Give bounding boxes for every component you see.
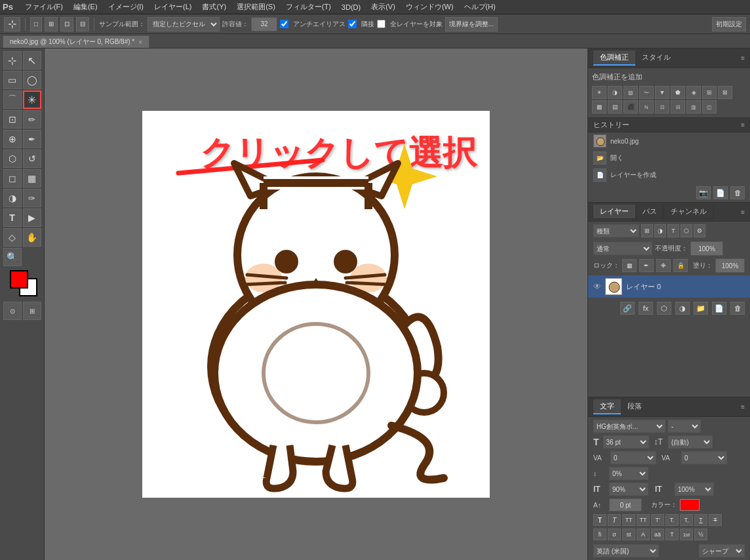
adj-levels[interactable]: ▧	[623, 86, 638, 99]
adj-selective-color[interactable]: ◫	[702, 100, 717, 113]
adj-bw[interactable]: ⊠	[718, 86, 732, 99]
add-adj-btn[interactable]: ◑	[675, 302, 690, 315]
sample-select[interactable]: 指定したピクセル	[148, 17, 220, 31]
fmt-t-under[interactable]: T	[694, 514, 707, 526]
adj-hue[interactable]: ◈	[686, 86, 701, 99]
fmt-1st[interactable]: 1st	[680, 529, 693, 540]
aa-select[interactable]: シャープ	[699, 544, 745, 557]
tool-options-btn1[interactable]: ⊹	[4, 17, 20, 31]
zoom-tool[interactable]: 🔍	[3, 248, 22, 266]
font-style-select[interactable]: -	[668, 420, 701, 433]
layer-visibility-0[interactable]: 👁	[593, 282, 601, 291]
kerning-select[interactable]: 0	[610, 451, 656, 464]
menu-view[interactable]: 表示(V)	[366, 1, 401, 13]
path-select-tool[interactable]: ▶	[23, 209, 41, 227]
add-layer-btn[interactable]: 📄	[712, 302, 726, 315]
eraser-tool[interactable]: ◻	[3, 169, 22, 188]
tool-options-btn5[interactable]: ⊟	[76, 17, 89, 31]
color-adj-collapse[interactable]: ≡	[741, 54, 745, 62]
filter-type[interactable]: T	[667, 224, 679, 237]
adj-threshold[interactable]: ⊟	[671, 100, 685, 113]
menu-format[interactable]: 書式(Y)	[197, 1, 231, 13]
gradient-tool[interactable]: ▦	[23, 169, 41, 188]
tab-channels[interactable]: チャンネル	[664, 205, 714, 218]
layer-name-0[interactable]: レイヤー 0	[626, 282, 661, 292]
clone-tool[interactable]: ⬡	[3, 150, 22, 168]
layer-item-0[interactable]: 👁 レイヤー 0	[588, 275, 750, 298]
tool-options-btn3[interactable]: ⊞	[45, 17, 58, 31]
filter-kind-select[interactable]: 種類	[593, 224, 639, 237]
adj-contrast[interactable]: ◑	[608, 86, 622, 99]
dodge-tool[interactable]: ◑	[3, 189, 22, 207]
add-group-btn[interactable]: 📁	[694, 302, 708, 315]
quick-mask-tool[interactable]: ⊙	[3, 302, 22, 320]
filter-smart[interactable]: ⚙	[694, 224, 705, 237]
menu-filter[interactable]: フィルター(T)	[281, 1, 336, 13]
adj-gradient-map[interactable]: ▥	[686, 100, 701, 113]
brush-tool[interactable]: ✒	[23, 130, 41, 148]
menu-3d[interactable]: 3D(D)	[336, 2, 366, 12]
antialias-checkbox[interactable]	[280, 20, 288, 28]
menu-layer[interactable]: レイヤー(L)	[149, 1, 197, 13]
history-item-1[interactable]: 📂 開く	[588, 150, 750, 167]
history-new-snapshot[interactable]: 📷	[696, 186, 711, 199]
document-tab[interactable]: neko0.jpg @ 100% (レイヤー 0, RGB/8#) * ×	[3, 35, 149, 48]
canvas-area[interactable]: クリックして選択	[45, 49, 587, 560]
menu-help[interactable]: ヘルプ(H)	[459, 1, 501, 13]
layer-panel-collapse[interactable]: ≡	[741, 209, 745, 216]
tracking-select[interactable]: 0	[681, 451, 727, 464]
fmt-t-strike[interactable]: T	[709, 514, 722, 526]
tool-options-btn4[interactable]: ⊡	[60, 17, 73, 31]
menu-select[interactable]: 選択範囲(S)	[231, 1, 281, 13]
fmt-fi[interactable]: fi	[593, 529, 606, 540]
history-new-doc[interactable]: 📄	[713, 186, 728, 199]
adj-color-balance[interactable]: ⊞	[702, 86, 717, 99]
fmt-aa2[interactable]: aä	[651, 529, 664, 540]
vscale-select[interactable]: 90%	[609, 483, 648, 496]
font-size-select[interactable]: 36 pt	[603, 435, 649, 449]
reset-btn[interactable]: 初期設定	[712, 17, 746, 31]
vertical-scale-select[interactable]: 0%	[609, 467, 648, 480]
fmt-italic[interactable]: T	[608, 514, 621, 526]
lock-transparent[interactable]: ▦	[622, 259, 637, 272]
adj-invert[interactable]: N	[639, 100, 654, 113]
adj-brightness[interactable]: ☀	[592, 86, 606, 99]
filter-pixel[interactable]: ⊞	[641, 224, 653, 237]
lasso-tool[interactable]: ⌒	[3, 90, 22, 109]
adj-photo-filter[interactable]: ▩	[592, 100, 606, 113]
hand-tool[interactable]: ✋	[23, 228, 41, 247]
add-link-btn[interactable]: 🔗	[620, 302, 635, 315]
text-panel-collapse[interactable]: ≡	[741, 403, 745, 410]
history-item-0[interactable]: neko0.jpg	[588, 132, 750, 150]
menu-file[interactable]: ファイル(F)	[20, 1, 68, 13]
crop-tool[interactable]: ⊡	[3, 110, 22, 129]
tab-character[interactable]: 文字	[593, 399, 621, 414]
history-item-2[interactable]: 📄 レイヤーを作成	[588, 167, 750, 184]
fmt-t-large[interactable]: T	[665, 529, 679, 540]
menu-image[interactable]: イメージ(I)	[103, 1, 149, 13]
eyedropper-tool[interactable]: ✏	[23, 110, 41, 129]
move-tool[interactable]: ⊹	[3, 51, 22, 70]
tab-style[interactable]: スタイル	[635, 50, 677, 66]
adj-posterize[interactable]: ⊡	[655, 100, 669, 113]
tab-layers[interactable]: レイヤー	[593, 205, 636, 218]
language-select[interactable]: 英語 (米国)	[593, 544, 659, 557]
add-style-btn[interactable]: fx	[639, 302, 653, 315]
screen-mode-tool[interactable]: ⊞	[23, 302, 41, 320]
tool-options-btn2[interactable]: □	[30, 17, 42, 31]
adj-vibrance[interactable]: ⬟	[671, 86, 685, 99]
fmt-t-super[interactable]: T,	[680, 514, 693, 526]
fmt-aa[interactable]: A	[637, 529, 650, 540]
tab-paragraph[interactable]: 段落	[621, 399, 648, 414]
pen-tool[interactable]: ✑	[23, 189, 41, 207]
opacity-input[interactable]	[690, 241, 723, 256]
lock-all[interactable]: 🔒	[673, 259, 688, 272]
blend-mode-select[interactable]: 通常	[593, 242, 652, 255]
font-family-select[interactable]: HG創英角ポ...	[593, 420, 665, 433]
hscale-select[interactable]: 100%	[675, 483, 714, 496]
lock-position[interactable]: ✙	[656, 259, 671, 272]
fmt-bold[interactable]: T	[593, 514, 606, 526]
fmt-half[interactable]: ½	[694, 529, 707, 540]
adj-color-lookup[interactable]: ⬛	[623, 100, 638, 113]
tab-color-adj[interactable]: 色調補正	[593, 50, 635, 66]
